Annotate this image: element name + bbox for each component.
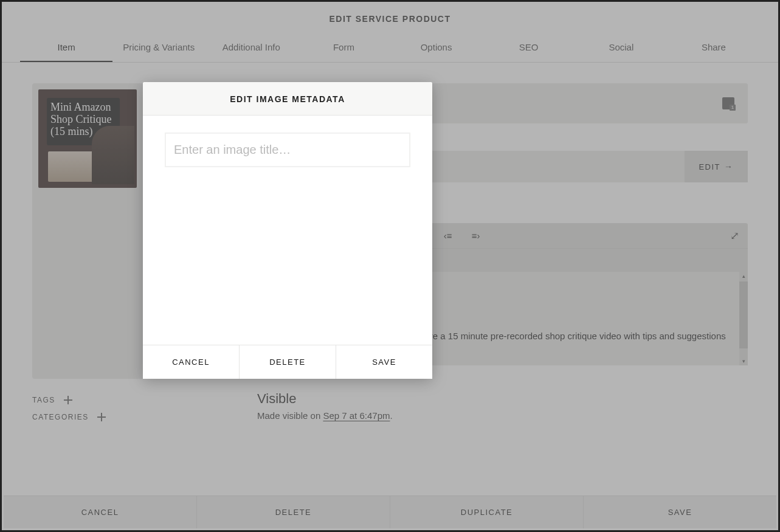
modal-cancel-button[interactable]: CANCEL	[143, 345, 239, 379]
modal-overlay[interactable]: EDIT IMAGE METADATA CANCEL DELETE SAVE	[2, 2, 778, 530]
image-title-input[interactable]	[165, 133, 410, 167]
modal-delete-button[interactable]: DELETE	[239, 345, 336, 379]
edit-image-metadata-modal: EDIT IMAGE METADATA CANCEL DELETE SAVE	[143, 82, 432, 379]
modal-title: EDIT IMAGE METADATA	[143, 82, 432, 116]
modal-save-button[interactable]: SAVE	[336, 345, 432, 379]
